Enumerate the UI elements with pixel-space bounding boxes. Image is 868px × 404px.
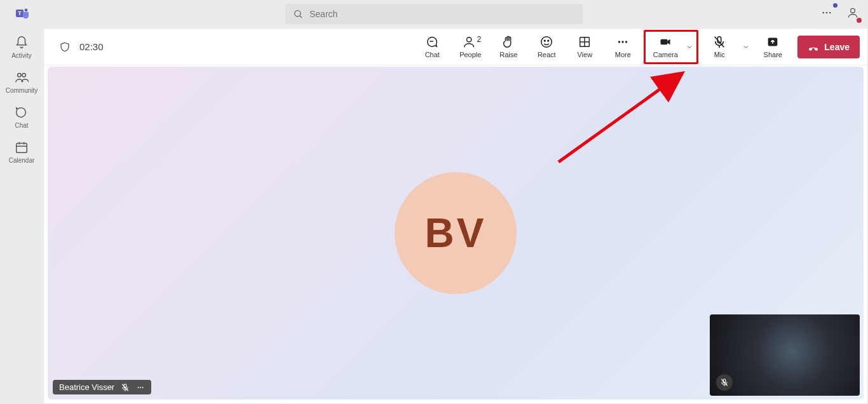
hand-icon <box>501 35 515 49</box>
participant-avatar: BV <box>395 172 517 294</box>
share-button[interactable]: Share <box>756 32 790 62</box>
people-button[interactable]: 2 People <box>453 32 487 62</box>
rail-item-chat[interactable]: Chat <box>3 102 41 133</box>
search-input[interactable] <box>309 9 575 19</box>
calendar-icon <box>15 140 29 154</box>
svg-point-10 <box>22 74 25 77</box>
search-box[interactable] <box>285 4 583 24</box>
profile-button[interactable] <box>846 6 859 22</box>
grid-icon <box>578 35 592 49</box>
rail-label: Chat <box>15 122 28 129</box>
self-mic-badge <box>716 374 733 391</box>
teams-logo: T <box>15 6 31 22</box>
camera-icon <box>658 36 673 48</box>
camera-options-chevron[interactable] <box>684 43 695 51</box>
hangup-icon <box>808 41 819 53</box>
mic-off-icon <box>720 378 729 387</box>
chat-button[interactable]: Chat <box>415 32 449 62</box>
svg-point-23 <box>618 41 620 43</box>
svg-point-16 <box>467 37 471 42</box>
svg-point-19 <box>548 40 549 41</box>
call-timer: 02:30 <box>79 41 104 52</box>
titlebar: T <box>0 0 868 28</box>
camera-highlight-box: Camera <box>644 30 698 64</box>
svg-point-34 <box>138 387 139 388</box>
chat-icon <box>15 105 29 119</box>
participant-name: Beatrice Visser <box>59 382 114 392</box>
rail-label: Community <box>6 87 38 94</box>
rail-item-calendar[interactable]: Calendar <box>3 137 41 168</box>
leave-label: Leave <box>824 42 850 52</box>
avatar-initials: BV <box>425 210 487 257</box>
svg-point-36 <box>142 387 144 388</box>
view-button[interactable]: View <box>567 32 602 62</box>
ellipsis-icon <box>616 35 630 49</box>
people-icon <box>463 35 477 49</box>
svg-point-18 <box>545 40 546 41</box>
svg-rect-26 <box>661 39 668 44</box>
svg-point-3 <box>295 11 301 17</box>
svg-point-5 <box>822 12 824 14</box>
rail-item-community[interactable]: Community <box>3 67 41 98</box>
svg-point-17 <box>541 37 552 48</box>
mic-off-icon <box>712 35 726 49</box>
community-icon <box>15 71 29 84</box>
shield-icon[interactable] <box>59 41 71 53</box>
share-screen-icon <box>766 35 780 49</box>
mic-off-icon <box>121 383 130 392</box>
svg-text:T: T <box>18 10 22 17</box>
svg-line-4 <box>300 16 302 18</box>
mic-button[interactable]: Mic <box>702 32 736 62</box>
mic-options-chevron[interactable] <box>740 43 752 51</box>
meeting-stage: 02:30 Chat 2 People Raise React <box>43 28 868 404</box>
notification-dot <box>833 3 837 8</box>
self-view[interactable] <box>710 314 860 396</box>
chevron-down-icon <box>742 43 750 51</box>
participant-more-button[interactable] <box>136 383 145 392</box>
leave-button[interactable]: Leave <box>797 36 860 58</box>
video-area: BV Beatrice Visser <box>48 67 864 400</box>
rail-label: Activity <box>11 52 32 59</box>
person-icon <box>846 6 859 19</box>
rail-label: Calendar <box>9 157 35 164</box>
svg-point-8 <box>851 8 855 13</box>
search-icon <box>293 9 303 19</box>
participant-name-chip[interactable]: Beatrice Visser <box>53 380 151 394</box>
rail-item-activity[interactable]: Activity <box>3 32 41 63</box>
more-button[interactable]: More <box>606 32 640 62</box>
chevron-down-icon <box>686 43 693 51</box>
svg-rect-11 <box>17 144 27 153</box>
svg-point-9 <box>18 74 21 77</box>
react-button[interactable]: React <box>529 32 564 62</box>
svg-point-7 <box>829 12 831 14</box>
svg-point-25 <box>625 41 627 43</box>
svg-point-24 <box>622 41 624 43</box>
smile-icon <box>539 35 553 49</box>
app-rail: Activity Community Chat Calendar <box>0 28 43 404</box>
chat-bubble-icon <box>425 35 439 49</box>
people-count: 2 <box>477 35 482 44</box>
presence-dot <box>857 18 862 23</box>
svg-point-35 <box>140 387 141 388</box>
raise-hand-button[interactable]: Raise <box>491 32 526 62</box>
camera-button[interactable]: Camera <box>647 32 684 62</box>
svg-point-2 <box>25 9 28 12</box>
svg-point-6 <box>826 12 828 14</box>
settings-more-button[interactable] <box>818 4 835 24</box>
meeting-toolbar: 02:30 Chat 2 People Raise React <box>44 29 867 65</box>
bell-icon <box>15 36 29 50</box>
ellipsis-icon <box>821 7 832 18</box>
